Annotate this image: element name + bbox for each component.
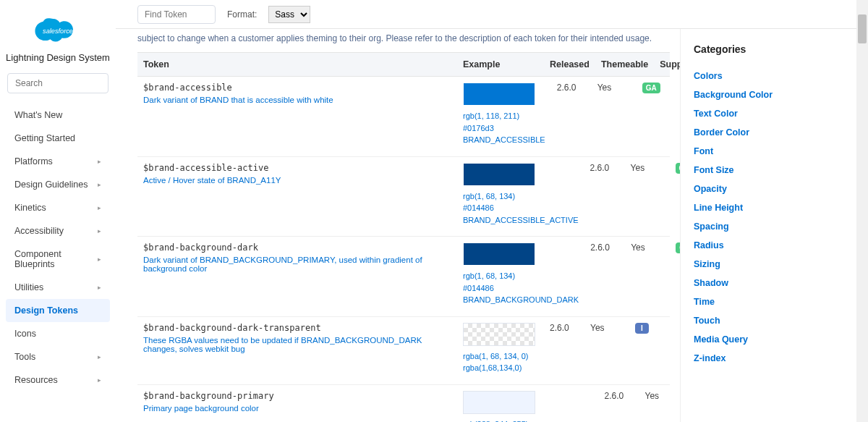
tokens-area: subject to change when a customer applie…	[116, 29, 680, 422]
sidebar-item-getting-started[interactable]: Getting Started	[6, 127, 110, 150]
token-name: $brand-accessible-active	[143, 163, 451, 176]
sidebar-search[interactable]	[7, 73, 109, 93]
sidebar-search-input[interactable]	[7, 73, 109, 93]
category-link-background-color[interactable]: Background Color	[694, 85, 854, 104]
sidebar-item-label: Design Tokens	[14, 305, 78, 316]
sidebar-item-design-guidelines[interactable]: Design Guidelines▸	[6, 173, 110, 196]
category-link-radius[interactable]: Radius	[694, 236, 854, 255]
color-swatch	[463, 163, 535, 186]
token-name: $brand-background-dark	[143, 242, 451, 256]
token-meta-value: #014486	[463, 282, 579, 295]
categories-heading: Categories	[694, 43, 854, 55]
salesforce-cloud-icon: salesforce	[33, 13, 82, 46]
brand-subtitle: Lightning Design System	[6, 52, 110, 63]
token-meta-value: rgb(1, 68, 134)	[463, 270, 579, 282]
sidebar-item-platforms[interactable]: Platforms▸	[6, 150, 110, 173]
support-cell: GA	[670, 242, 680, 306]
sidebar-item-utilities[interactable]: Utilities▸	[6, 276, 110, 299]
support-cell: GA	[670, 163, 680, 227]
find-token-input[interactable]	[137, 5, 216, 24]
example-cell: rgba(1, 68, 134, 0)rgba(1,68,134,0)	[457, 323, 544, 374]
main-column: Format: Sass subject to change when a cu…	[116, 0, 868, 422]
example-cell: rgb(1, 118, 211)#0176d3BRAND_ACCESSIBLE	[457, 83, 551, 146]
color-swatch	[463, 323, 535, 346]
category-link-font[interactable]: Font	[694, 142, 854, 161]
sidebar-item-what-s-new[interactable]: What's New	[6, 104, 110, 127]
chevron-right-icon: ▸	[98, 181, 101, 188]
chevron-right-icon: ▸	[98, 376, 101, 384]
token-description: Primary page background color	[143, 404, 451, 413]
category-link-opacity[interactable]: Opacity	[694, 180, 854, 198]
sidebar-item-tools[interactable]: Tools▸	[6, 345, 110, 368]
support-cell: I	[629, 323, 665, 374]
color-swatch	[463, 391, 535, 414]
category-link-touch[interactable]: Touch	[694, 311, 854, 330]
sidebar-item-label: Accessibility	[14, 226, 64, 236]
token-meta-value: rgba(1,68,134,0)	[463, 362, 538, 374]
released-cell: 2.6.0	[584, 242, 625, 306]
sidebar-item-component-blueprints[interactable]: Component Blueprints▸	[6, 242, 110, 276]
table-row: $brand-background-dark-transparentThese …	[137, 317, 670, 385]
brand-logo[interactable]: salesforce	[6, 9, 110, 52]
col-support: Support	[654, 53, 680, 76]
col-example: Example	[457, 53, 544, 76]
token-meta-value: #0176d3	[463, 122, 545, 135]
sidebar-item-label: Platforms	[14, 156, 53, 166]
released-cell: 2.6.0	[599, 391, 639, 423]
table-header: Token Example Released Themeable Support	[137, 52, 670, 77]
sidebar-item-label: Utilities	[14, 282, 43, 292]
color-swatch	[463, 83, 535, 106]
format-label: Format:	[227, 9, 257, 20]
token-name: $brand-accessible	[143, 83, 451, 96]
released-cell: 2.6.0	[551, 83, 592, 146]
example-cell: rgb(1, 68, 134)#014486BRAND_BACKGROUND_D…	[457, 242, 584, 306]
vertical-scrollbar[interactable]	[856, 0, 868, 422]
format-select[interactable]: Sass	[268, 6, 310, 23]
category-link-time[interactable]: Time	[694, 292, 854, 311]
themeable-cell: Yes	[592, 83, 637, 146]
sidebar-item-design-tokens[interactable]: Design Tokens	[6, 299, 110, 322]
token-meta-value: BRAND_ACCESSIBLE	[463, 134, 545, 146]
content-row: subject to change when a customer applie…	[116, 29, 868, 422]
category-link-shadow[interactable]: Shadow	[694, 274, 854, 292]
table-row: $brand-accessibleDark variant of BRAND t…	[137, 77, 670, 157]
token-description: Dark variant of BRAND_BACKGROUND_PRIMARY…	[143, 256, 451, 273]
category-link-border-color[interactable]: Border Color	[694, 123, 854, 142]
sidebar-item-label: What's New	[14, 110, 62, 120]
released-cell: 2.6.0	[584, 163, 625, 227]
token-cell: $brand-background-primaryPrimary page ba…	[137, 391, 457, 423]
token-meta-value: BRAND_ACCESSIBLE_ACTIVE	[463, 214, 579, 227]
category-link-spacing[interactable]: Spacing	[694, 217, 854, 236]
themeable-cell: Yes	[625, 163, 670, 227]
sidebar-nav: What's NewGetting StartedPlatforms▸Desig…	[6, 104, 110, 392]
sidebar-item-accessibility[interactable]: Accessibility▸	[6, 219, 110, 242]
themeable-cell: Yes	[584, 323, 629, 374]
token-name: $brand-background-dark-transparent	[143, 323, 451, 336]
sidebar-item-icons[interactable]: Icons	[6, 322, 110, 345]
token-cell: $brand-accessible-activeActive / Hover s…	[137, 163, 457, 227]
sidebar-item-label: Tools	[14, 352, 35, 362]
category-link-text-color[interactable]: Text Color	[694, 104, 854, 123]
category-link-colors[interactable]: Colors	[694, 67, 854, 85]
color-swatch	[463, 242, 535, 266]
category-link-font-size[interactable]: Font Size	[694, 161, 854, 180]
category-link-z-index[interactable]: Z-index	[694, 349, 854, 368]
category-link-sizing[interactable]: Sizing	[694, 255, 854, 274]
table-row: $brand-background-primaryPrimary page ba…	[137, 385, 670, 423]
token-description: These RGBA values need to be updated if …	[143, 336, 451, 353]
sidebar-item-resources[interactable]: Resources▸	[6, 368, 110, 392]
svg-text:salesforce: salesforce	[43, 28, 73, 35]
sidebar-item-kinetics[interactable]: Kinetics▸	[6, 196, 110, 219]
scrollbar-thumb[interactable]	[858, 14, 867, 43]
token-meta-value: BRAND_BACKGROUND_DARK	[463, 294, 579, 306]
token-description: Active / Hover state of BRAND_A11Y	[143, 176, 451, 185]
token-cell: $brand-accessibleDark variant of BRAND t…	[137, 83, 457, 146]
chevron-right-icon: ▸	[98, 256, 101, 263]
chevron-right-icon: ▸	[98, 353, 101, 360]
sidebar-item-label: Icons	[14, 329, 36, 339]
category-link-line-height[interactable]: Line Height	[694, 198, 854, 217]
col-themeable: Themeable	[595, 53, 654, 76]
example-cell: rgb(238, 244, 255)#eef4ffBRAND_BACKGROUN…	[457, 391, 599, 423]
table-row: $brand-accessible-activeActive / Hover s…	[137, 157, 670, 237]
category-link-media-query[interactable]: Media Query	[694, 330, 854, 349]
